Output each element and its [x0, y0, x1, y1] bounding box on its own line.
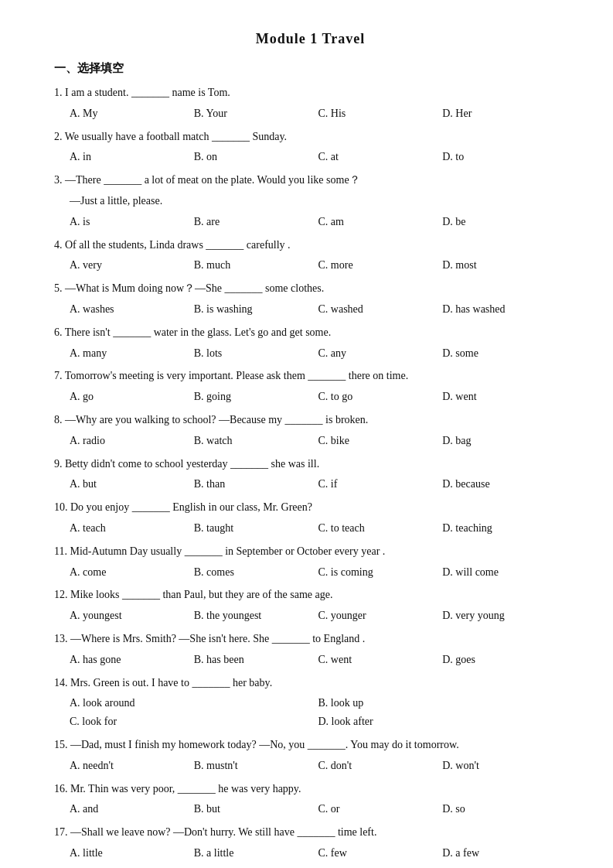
question-text-5: 5. —What is Mum doing now？—She _______ s… [54, 279, 567, 298]
section-title: 一、选择填空 [54, 61, 567, 76]
option-15-C: C. don't [318, 757, 443, 775]
question-block-6: 6. There isn't _______ water in the glas… [54, 323, 567, 363]
option-13-C: C. went [318, 651, 443, 669]
option-9-B: B. than [194, 475, 318, 494]
option-10-A: A. teach [70, 519, 194, 538]
question-block-8: 8. —Why are you walking to school? —Beca… [54, 411, 567, 450]
question-text-4: 4. Of all the students, Linda draws ____… [54, 236, 567, 255]
question-text-15: 15. —Dad, must I finish my homework toda… [54, 736, 567, 754]
option-10-D: D. teaching [442, 519, 567, 538]
option-4-B: B. much [194, 256, 318, 275]
option-5-B: B. is washing [194, 300, 318, 319]
question-block-13: 13. —Where is Mrs. Smith? —She isn't her… [54, 630, 567, 669]
question-block-7: 7. Tomorrow's meeting is very important.… [54, 367, 567, 406]
option-8-D: D. bag [442, 432, 567, 450]
option-12-B: B. the youngest [194, 607, 318, 625]
question-block-4: 4. Of all the students, Linda draws ____… [54, 236, 567, 275]
option-4-A: A. very [70, 256, 194, 275]
options-row-14: A. look aroundB. look upC. look forD. lo… [70, 694, 567, 731]
option-11-B: B. comes [194, 563, 318, 582]
question-text-2: 2. We usually have a football match ____… [54, 128, 567, 146]
option-12-C: C. younger [318, 607, 443, 625]
option-2-B: B. on [194, 148, 318, 166]
option-2-D: D. to [442, 148, 567, 166]
option-7-C: C. to go [318, 388, 443, 406]
question-block-1: 1. I am a student. _______ name is Tom.A… [54, 84, 567, 123]
option-16-C: C. or [318, 800, 443, 818]
question-text-16: 16. Mr. Thin was very poor, _______ he w… [54, 780, 567, 798]
option-12-D: D. very young [442, 607, 567, 625]
question-text-3: 3. —There _______ a lot of meat on the p… [54, 171, 567, 190]
option-6-A: A. many [70, 344, 194, 363]
option-2-A: A. in [70, 148, 194, 166]
options-row-1: A. MyB. YourC. HisD. Her [70, 104, 567, 123]
option-4-C: C. more [318, 256, 443, 275]
option-13-A: A. has gone [70, 651, 194, 669]
question-block-10: 10. Do you enjoy _______ English in our … [54, 498, 567, 538]
option-6-D: D. some [442, 344, 567, 363]
option-16-D: D. so [442, 800, 567, 818]
option-12-A: A. youngest [70, 607, 194, 625]
question-text-11: 11. Mid-Autumn Day usually _______ in Se… [54, 542, 567, 561]
option-11-C: C. is coming [318, 563, 443, 582]
option-6-B: B. lots [194, 344, 318, 363]
option-17-D: D. a few [442, 844, 567, 863]
option-14-A: A. look around [70, 694, 318, 713]
question-text-12: 12. Mike looks _______ than Paul, but th… [54, 586, 567, 604]
option-3-D: D. be [442, 213, 567, 231]
options-row-9: A. butB. thanC. ifD. because [70, 475, 567, 494]
option-15-B: B. mustn't [194, 757, 318, 775]
option-9-A: A. but [70, 475, 194, 494]
option-16-B: B. but [194, 800, 318, 818]
option-1-A: A. My [70, 104, 194, 123]
option-17-A: A. little [70, 844, 194, 863]
question-block-16: 16. Mr. Thin was very poor, _______ he w… [54, 780, 567, 819]
question-block-3: 3. —There _______ a lot of meat on the p… [54, 171, 567, 231]
question-block-17: 17. —Shall we leave now? —Don't hurry. W… [54, 823, 567, 863]
options-row-4: A. veryB. muchC. moreD. most [70, 256, 567, 275]
options-row-15: A. needn'tB. mustn'tC. don'tD. won't [70, 757, 567, 775]
option-3-B: B. are [194, 213, 318, 231]
option-14-D: D. look after [318, 713, 567, 731]
question-block-9: 9. Betty didn't come to school yesterday… [54, 455, 567, 494]
option-8-B: B. watch [194, 432, 318, 450]
options-row-16: A. andB. butC. orD. so [70, 800, 567, 818]
option-9-D: D. because [442, 475, 567, 494]
option-6-C: C. any [318, 344, 443, 363]
option-9-C: C. if [318, 475, 443, 494]
options-row-11: A. comeB. comesC. is comingD. will come [70, 563, 567, 582]
question-block-5: 5. —What is Mum doing now？—She _______ s… [54, 279, 567, 319]
options-row-13: A. has goneB. has beenC. wentD. goes [70, 651, 567, 669]
question-block-15: 15. —Dad, must I finish my homework toda… [54, 736, 567, 775]
question-text-13: 13. —Where is Mrs. Smith? —She isn't her… [54, 630, 567, 648]
options-row-10: A. teachB. taughtC. to teachD. teaching [70, 519, 567, 538]
option-11-D: D. will come [442, 563, 567, 582]
option-17-B: B. a little [194, 844, 318, 863]
question-block-14: 14. Mrs. Green is out. I have to _______… [54, 674, 567, 731]
option-3-C: C. am [318, 213, 443, 231]
option-10-C: C. to teach [318, 519, 443, 538]
option-15-D: D. won't [442, 757, 567, 775]
option-5-C: C. washed [318, 300, 443, 319]
options-row-2: A. inB. onC. atD. to [70, 148, 567, 166]
question-text-17: 17. —Shall we leave now? —Don't hurry. W… [54, 823, 567, 842]
page-title: Module 1 Travel [54, 31, 567, 47]
option-15-A: A. needn't [70, 757, 194, 775]
question-block-2: 2. We usually have a football match ____… [54, 128, 567, 167]
question-text-14: 14. Mrs. Green is out. I have to _______… [54, 674, 567, 692]
option-17-C: C. few [318, 844, 443, 863]
question-text-1: 1. I am a student. _______ name is Tom. [54, 84, 567, 102]
option-1-C: C. His [318, 104, 443, 123]
option-10-B: B. taught [194, 519, 318, 538]
question-text-8: 8. —Why are you walking to school? —Beca… [54, 411, 567, 429]
options-row-5: A. washesB. is washingC. washedD. has wa… [70, 300, 567, 319]
options-row-12: A. youngestB. the youngestC. youngerD. v… [70, 607, 567, 625]
option-13-D: D. goes [442, 651, 567, 669]
question-block-11: 11. Mid-Autumn Day usually _______ in Se… [54, 542, 567, 582]
option-2-C: C. at [318, 148, 443, 166]
option-1-B: B. Your [194, 104, 318, 123]
option-8-A: A. radio [70, 432, 194, 450]
options-row-8: A. radioB. watchC. bikeD. bag [70, 432, 567, 450]
question-text-6: 6. There isn't _______ water in the glas… [54, 323, 567, 342]
option-14-C: C. look for [70, 713, 318, 731]
